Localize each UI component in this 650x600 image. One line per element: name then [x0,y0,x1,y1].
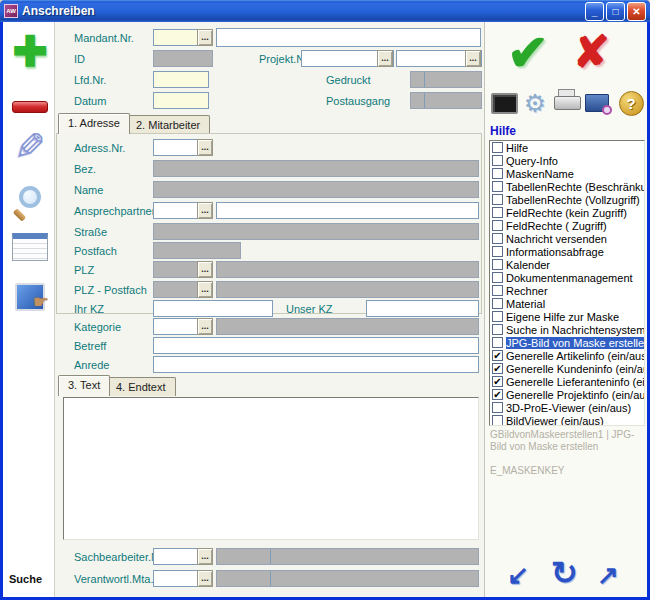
lfdnr-input[interactable] [153,71,209,88]
text-tabstrip: 3. Text 4. Endtext [56,375,483,396]
hilfe-list-item[interactable]: TabellenRechte (Beschränkung) [490,180,644,193]
delete-record-button[interactable] [9,86,51,128]
checkbox-icon[interactable] [492,168,503,179]
hilfe-list-item-label: MaskenName [506,168,644,180]
search-button[interactable] [9,176,51,218]
kategorie-lookup-button[interactable]: ... [197,318,213,335]
hilfe-list-item[interactable]: Material [490,297,644,310]
datum-input[interactable] [153,92,209,109]
hilfe-list-item[interactable]: ✔Generelle Projektinfo (ein/aus) [490,388,644,401]
tab-text[interactable]: 3. Text [58,375,110,396]
hilfe-list-item[interactable]: Eigene Hilfe zur Maske [490,310,644,323]
table-view-button[interactable] [9,226,51,268]
hilfe-list-item[interactable]: Informationsabfrage [490,245,644,258]
nav-refresh-arrow[interactable]: ↻ [551,554,578,592]
tab-mitarbeiter[interactable]: 2. Mitarbeiter [126,115,210,134]
ansprechpartner-name-input[interactable] [216,202,479,219]
verantwortlich-lookup-button[interactable]: ... [197,570,213,587]
table-icon [12,233,48,261]
hilfe-list-item[interactable]: Kalender [490,258,644,271]
sachbearbeiter-lookup-button[interactable]: ... [197,548,213,565]
hilfe-list-item-label: Generelle Lieferanteninfo (ein/aus) [506,376,644,388]
plz-lookup-button[interactable]: ... [197,261,213,278]
mandant-label: Mandant.Nr. [74,32,134,44]
checkbox-icon[interactable] [492,155,503,166]
window-title: Anschreiben [22,4,583,18]
settings-button[interactable]: ⚙ [521,88,549,118]
checkbox-icon[interactable]: ✔ [492,376,503,387]
checkbox-icon[interactable]: ✔ [492,363,503,374]
hilfe-list-item[interactable]: 3D-ProE-Viewer (ein/aus) [490,401,644,414]
checkbox-icon[interactable] [492,142,503,153]
betreff-input[interactable] [153,337,479,354]
plz-postfach-lookup-button[interactable]: ... [197,281,213,298]
maximize-button[interactable]: □ [606,2,625,21]
hilfe-list-item[interactable]: BildViewer (ein/aus) [490,414,644,426]
hilfe-list-item[interactable]: Dokumentenmanagement [490,271,644,284]
nav-forward-arrow[interactable]: ↗ [597,560,619,591]
adressnr-lookup-button[interactable]: ... [197,139,213,156]
projekt-lookup-button[interactable]: ... [377,50,393,67]
checkbox-icon[interactable] [492,415,503,426]
add-record-button[interactable]: ✚ [9,30,51,72]
tab-endtext[interactable]: 4. Endtext [106,377,176,396]
hilfe-list-item[interactable]: Query-Info [490,154,644,167]
titlebar[interactable]: AW Anschreiben _ □ ✕ [0,0,650,22]
ansprechpartner-lookup-button[interactable]: ... [197,202,213,219]
printer-icon [554,96,581,110]
checkbox-icon[interactable] [492,220,503,231]
checkbox-icon[interactable]: ✔ [492,389,503,400]
hilfe-list-item[interactable]: MaskenName [490,167,644,180]
tab-adresse[interactable]: 1. Adresse [58,113,130,134]
checkbox-icon[interactable] [492,324,503,335]
hilfe-list[interactable]: HilfeQuery-InfoMaskenNameTabellenRechte … [489,140,645,426]
hilfe-list-item[interactable]: Nachricht versenden [490,232,644,245]
minus-icon [12,101,48,113]
hilfe-list-item[interactable]: Rechner [490,284,644,297]
hilfe-list-item[interactable]: FeldRechte (kein Zugriff) [490,206,644,219]
unser-kz-input[interactable] [366,300,479,317]
checkbox-icon[interactable] [492,181,503,192]
hilfe-list-item[interactable]: JPG-Bild von Maske erstellen [490,336,644,349]
brief-textarea[interactable] [63,397,479,540]
minimize-button[interactable]: _ [585,2,604,21]
screenshot-button[interactable] [489,88,519,118]
hilfe-list-item[interactable]: ✔Generelle Lieferanteninfo (ein/aus) [490,375,644,388]
hilfe-list-item[interactable]: ✔Generelle Artikelinfo (ein/aus) [490,349,644,362]
checkbox-icon[interactable] [492,285,503,296]
confirm-button[interactable]: ✔ [507,24,549,82]
mandant-lookup-button[interactable]: ... [197,29,213,46]
name-label: Name [74,184,103,196]
question-icon: ? [619,91,644,116]
hilfe-list-item[interactable]: Hilfe [490,141,644,154]
projekt-name-lookup-button[interactable]: ... [465,50,481,67]
checkbox-icon[interactable] [492,259,503,270]
checkbox-icon[interactable] [492,246,503,257]
mandant-name-input[interactable] [216,28,481,47]
hilfe-list-item[interactable]: ✔Generelle Kundeninfo (ein/aus) [490,362,644,375]
mask-search-button[interactable] [583,88,611,118]
checkbox-icon[interactable]: ✔ [492,350,503,361]
checkbox-icon[interactable] [492,311,503,322]
cancel-button[interactable]: ✘ [573,26,610,77]
checkbox-icon[interactable] [492,233,503,244]
checkbox-icon[interactable] [492,337,503,348]
hilfe-list-item[interactable]: TabellenRechte (Vollzugriff) [490,193,644,206]
checkbox-icon[interactable] [492,194,503,205]
hilfe-list-item-label: Dokumentenmanagement [506,272,644,284]
postausgang-field [410,92,482,109]
checkbox-icon[interactable] [492,402,503,413]
checkbox-icon[interactable] [492,298,503,309]
ihr-kz-input[interactable] [153,300,273,317]
hilfe-list-item[interactable]: Suche in Nachrichtensystem speich [490,323,644,336]
hilfe-list-item[interactable]: FeldRechte ( Zugriff) [490,219,644,232]
screen-select-button[interactable]: ☛ [9,276,51,318]
edit-record-button[interactable]: ✎ [9,126,51,168]
close-button[interactable]: ✕ [627,2,646,21]
checkbox-icon[interactable] [492,207,503,218]
checkbox-icon[interactable] [492,272,503,283]
anrede-input[interactable] [153,356,479,373]
help-button[interactable]: ? [617,88,645,118]
nav-back-arrow[interactable]: ↙ [507,560,529,591]
print-button[interactable] [551,88,583,118]
